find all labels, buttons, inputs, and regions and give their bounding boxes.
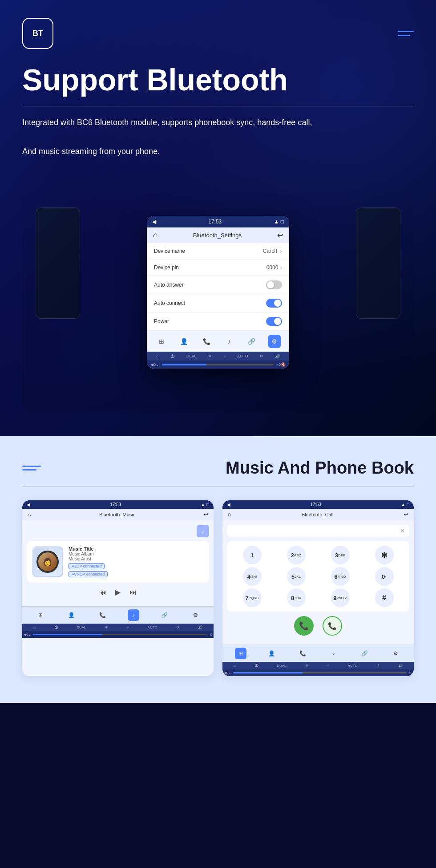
link-icon[interactable]: 🔗 (158, 609, 170, 621)
profile-icon[interactable]: 👤 (65, 609, 77, 621)
a2dp-badge: A2DP connected (69, 563, 105, 569)
call-profile-icon[interactable]: 👤 (266, 648, 277, 659)
auto-connect-row[interactable]: Auto connect (147, 294, 289, 312)
mc-fan[interactable]: ~ (127, 625, 129, 629)
fan-ctrl[interactable]: ~ (223, 354, 226, 358)
music-bottom-nav: ⊞ 👤 📞 ♪ 🔗 ⚙ (22, 606, 214, 624)
call-home-icon[interactable]: ⌂ (228, 511, 231, 518)
music-info: Music Title Music Album Music Artist A2D… (69, 546, 204, 577)
call-grid-icon[interactable]: ⊞ (235, 648, 246, 659)
phone-icon-btn[interactable]: 📞 (200, 335, 214, 348)
call-slider[interactable] (233, 672, 407, 673)
device-name-row[interactable]: Device name CarBT › (147, 243, 289, 260)
key-4[interactable]: 4GHI (243, 567, 262, 586)
music-time: 17:53 (110, 502, 121, 507)
key-9[interactable]: 9WXYZ (331, 588, 350, 607)
slider-bar[interactable] (33, 634, 206, 635)
key-6[interactable]: 6MNO (331, 567, 350, 586)
call-back-icon[interactable]: ↩ (404, 511, 408, 518)
device-nav: ⌂ Bluetooth_Settings ↩ (147, 227, 289, 243)
phone-icon[interactable]: 📞 (97, 609, 108, 621)
back-arrow[interactable]: ◀ (152, 219, 156, 225)
mc-dual: DUAL (77, 625, 86, 629)
cc-home[interactable]: ⌂ (234, 664, 236, 668)
key-hash[interactable]: # (375, 588, 394, 607)
key-3[interactable]: 3DEF (331, 546, 350, 564)
key-0[interactable]: 0· (375, 567, 394, 586)
music-screen-card: ◀ 17:53 ▲ □ ⌂ Bluetooth_Music ↩ ♪ (22, 500, 214, 676)
device-pin-row[interactable]: Device pin 0000 › (147, 260, 289, 276)
key-7[interactable]: 7PQRS (243, 588, 262, 607)
mc-vol[interactable]: 🔊 (198, 625, 202, 629)
call-back[interactable]: ◀ (227, 502, 230, 507)
play-btn[interactable]: ▶ (115, 588, 121, 596)
mc-ac[interactable]: ❄ (105, 625, 108, 629)
back-extra[interactable]: ◀ (150, 362, 153, 367)
recir-ctrl[interactable]: ↺ (260, 354, 263, 358)
music-icons: ▲ □ (201, 502, 209, 507)
key-2[interactable]: 2ABC (287, 546, 306, 564)
hero-header: BT (22, 18, 414, 49)
power-ctrl[interactable]: ⏻ (170, 354, 174, 358)
section2-hamburger[interactable] (22, 466, 41, 471)
music-ctrl-bar: ⌂ ⏻ DUAL ❄ ~ AUTO ↺ 🔊 (22, 624, 214, 631)
next-btn[interactable]: ⏭ (129, 588, 137, 596)
section2-divider (22, 487, 414, 487)
link-icon-btn[interactable]: 🔗 (245, 335, 258, 348)
home-ctrl[interactable]: ⌂ (156, 354, 158, 358)
cc-recir[interactable]: ↺ (376, 664, 379, 668)
mute-ctrl[interactable]: 🔇 (281, 362, 286, 367)
auto-answer-toggle[interactable] (266, 280, 282, 289)
call-answer-btn[interactable]: 📞 (294, 616, 314, 636)
power-toggle[interactable] (266, 317, 282, 326)
key-1[interactable]: 1 (243, 546, 262, 564)
settings-icon-btn[interactable]: ⚙ (268, 335, 281, 348)
cc-fan[interactable]: ~ (327, 664, 329, 668)
auto-answer-row[interactable]: Auto answer (147, 276, 289, 294)
music-album: Music Album (69, 552, 204, 556)
music-icon-btn[interactable]: ♪ (222, 335, 236, 348)
call-phone-icon[interactable]: 📞 (297, 648, 308, 659)
device-pin-value: 0000 (266, 264, 279, 271)
cc-power[interactable]: ⏻ (254, 664, 258, 668)
key-star[interactable]: ✱ (375, 546, 394, 564)
settings-icon[interactable]: ⚙ (190, 609, 201, 621)
music-note-btn[interactable]: ♪ (197, 525, 209, 537)
call-link-icon[interactable]: 🔗 (359, 648, 370, 659)
prev-btn[interactable]: ⏮ (99, 588, 106, 596)
ac-ctrl[interactable]: ❄ (208, 354, 212, 358)
call-nav: ⌂ Bluetooth_Call ↩ (222, 509, 414, 520)
music-back[interactable]: ◀ (27, 502, 30, 507)
mc-power[interactable]: ⏻ (54, 625, 58, 629)
mc-home[interactable]: ⌂ (33, 625, 36, 629)
auto-connect-toggle[interactable] (266, 299, 282, 308)
music-home-icon[interactable]: ⌂ (28, 511, 31, 518)
music-back-icon[interactable]: ↩ (204, 511, 208, 518)
hamburger-menu[interactable] (398, 31, 414, 36)
music-nav-title: Bluetooth_Music (99, 512, 135, 517)
chevron-icon: › (280, 247, 282, 255)
ce-down[interactable]: ⌄ (228, 671, 231, 675)
cc-vol[interactable]: 🔊 (398, 664, 403, 668)
grid-icon-btn[interactable]: ⊞ (155, 335, 168, 348)
power-row[interactable]: Power (147, 312, 289, 331)
music-icon[interactable]: ♪ (128, 609, 139, 621)
me-down[interactable]: ⌄ (28, 633, 31, 637)
call-hangup-btn[interactable]: 📞 (323, 616, 342, 636)
cc-ac[interactable]: ❄ (305, 664, 308, 668)
call-settings-icon[interactable]: ⚙ (390, 648, 401, 659)
slider-ctrl[interactable] (162, 364, 274, 365)
down-ctrl[interactable]: ⌄ (156, 362, 159, 367)
back-icon[interactable]: ↩ (277, 231, 283, 239)
section2-header: Music And Phone Book (22, 458, 414, 478)
music-device: ◀ 17:53 ▲ □ ⌂ Bluetooth_Music ↩ ♪ (22, 500, 214, 638)
mc-recir[interactable]: ↺ (176, 625, 179, 629)
grid-icon[interactable]: ⊞ (35, 609, 46, 621)
key-5[interactable]: 5JKL (287, 567, 306, 586)
vol-ctrl[interactable]: 🔊 (275, 354, 280, 358)
home-icon[interactable]: ⌂ (153, 231, 157, 239)
profile-icon-btn[interactable]: 👤 (178, 335, 191, 348)
clear-icon[interactable]: ✕ (400, 527, 405, 534)
call-music-icon[interactable]: ♪ (328, 648, 339, 659)
key-8[interactable]: 8TUV (287, 588, 306, 607)
